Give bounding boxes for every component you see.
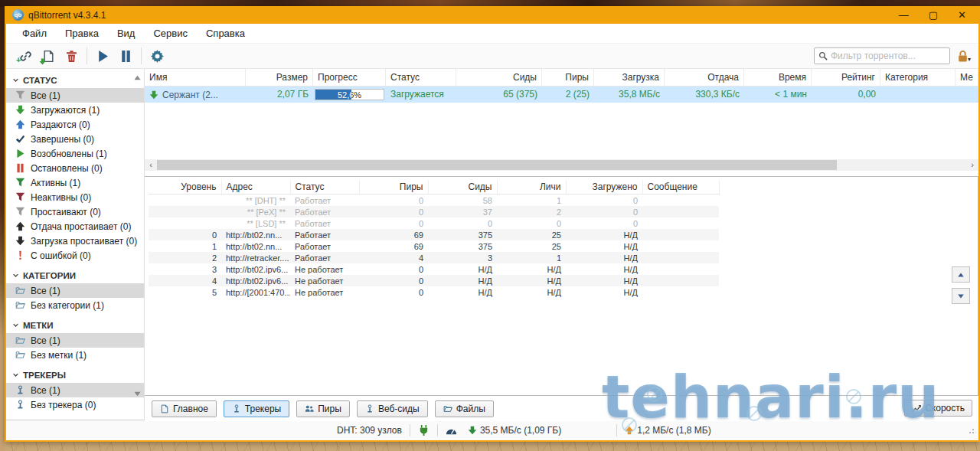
torrent-progress-cell: 52,6% 52,6% [313, 87, 386, 103]
scroll-left-arrow[interactable]: ‹ [145, 159, 157, 171]
status-downloading[interactable]: Загружаются (1) [6, 103, 144, 117]
status-active[interactable]: Активны (1) [6, 175, 144, 190]
section-status[interactable]: СТАТУС [6, 72, 144, 88]
col-status[interactable]: Статус [290, 180, 359, 194]
menu-help[interactable]: Справка [198, 25, 253, 41]
tracker-row[interactable]: 3http://bt02.ipv6...Не работает0Н/ДН/ДН/… [149, 263, 719, 275]
downloading-arrow-icon [149, 90, 158, 100]
status-stalled-downloading[interactable]: Загрузка простаивает (0) [6, 234, 144, 248]
resume-button[interactable] [91, 46, 114, 66]
desktop-background-bottom [0, 440, 980, 451]
status-errored[interactable]: С ошибкой (0) [6, 248, 144, 263]
tab-general[interactable]: Главное [152, 400, 217, 417]
status-seeding[interactable]: Раздаются (0) [6, 117, 144, 132]
tracker-row-pex[interactable]: ** [PeX] **Работает03720 [149, 206, 719, 217]
tracker-trackerless[interactable]: Без трекера (0) [6, 397, 144, 412]
trash-icon [65, 50, 78, 63]
category-uncategorized[interactable]: Без категории (1) [6, 298, 144, 312]
scrollbar-thumb[interactable] [157, 160, 837, 170]
document-icon [160, 404, 169, 413]
delete-button[interactable] [60, 46, 83, 66]
col-status[interactable]: Статус [386, 69, 456, 87]
status-inactive[interactable]: Неактивны (0) [6, 190, 144, 204]
col-seeds[interactable]: Сиды [456, 69, 542, 87]
torrent-filter-input[interactable] [831, 51, 946, 61]
item-label: Все (1) [31, 286, 60, 296]
col-peers[interactable]: Пиры [542, 69, 594, 87]
status-stalled[interactable]: Простаивают (0) [6, 204, 144, 219]
torrent-name: Сержант (2... [162, 90, 218, 100]
maximize-button[interactable]: ▢ [929, 10, 938, 20]
minimize-button[interactable]: — [899, 10, 909, 20]
tracker-row[interactable]: 5http://[2001:470...Не работает0Н/ДН/ДН/… [149, 286, 719, 298]
category-all[interactable]: Все (1) [6, 283, 144, 298]
trackers-header: Уровень Адрес Статус Пиры Сиды Личи Загр… [149, 180, 719, 194]
tracker-scroll-up-button[interactable] [952, 266, 970, 283]
plug-icon[interactable] [418, 425, 430, 436]
pause-button[interactable] [114, 46, 137, 66]
tag-all[interactable]: Все (1) [6, 333, 144, 348]
status-resumed[interactable]: Возобновлены (1) [6, 146, 144, 161]
menu-view[interactable]: Вид [109, 25, 144, 41]
menu-edit[interactable]: Правка [57, 25, 107, 41]
col-name[interactable]: Имя [145, 69, 246, 87]
item-label: Без метки (1) [31, 350, 87, 361]
sidebar-scroll-down[interactable] [133, 390, 142, 398]
status-paused[interactable]: Остановлены (0) [6, 161, 144, 175]
tab-webseeds[interactable]: Веб-сиды [357, 400, 428, 417]
pane-splitter[interactable] [145, 171, 978, 176]
status-stalled-uploading[interactable]: Отдача простаивает (0) [6, 219, 144, 234]
status-all[interactable]: Все (1) [6, 88, 144, 103]
tracker-row[interactable]: 2http://retracker....Работает431Н/Д [149, 252, 719, 263]
section-tags[interactable]: МЕТКИ [6, 317, 144, 333]
col-downloaded[interactable]: Загружено [566, 180, 642, 194]
resize-grip[interactable] [969, 426, 976, 434]
tab-peers[interactable]: Пиры [296, 400, 350, 417]
tracker-row[interactable]: 4http://bt02.ipv6...Не работает0Н/ДН/ДН/… [149, 275, 719, 286]
col-progress[interactable]: Прогресс [313, 69, 386, 87]
status-completed[interactable]: Завершены (0) [6, 132, 144, 146]
add-torrent-file-button[interactable] [37, 46, 60, 66]
col-seeds[interactable]: Сиды [428, 180, 497, 194]
col-eta[interactable]: Время [744, 69, 812, 87]
col-tier[interactable]: Уровень [149, 180, 221, 194]
tracker-all[interactable]: Все (1) [6, 383, 144, 397]
col-up-speed[interactable]: Отдача [665, 69, 744, 87]
col-peers[interactable]: Пиры [359, 180, 428, 194]
tracker-row[interactable]: 0http://bt02.nn...Работает6937525Н/Д [149, 229, 719, 240]
title-bar[interactable]: qb qBittorrent v4.3.4.1 — ▢ ✕ [6, 6, 978, 24]
options-button[interactable] [145, 46, 168, 66]
menu-tools[interactable]: Сервис [145, 25, 196, 41]
tracker-row[interactable]: 1http://bt02.nn...Работает6937525Н/Д [149, 240, 719, 252]
close-button[interactable]: ✕ [958, 10, 966, 20]
sidebar-scroll-up[interactable] [133, 74, 142, 82]
col-category[interactable]: Категория [880, 69, 956, 87]
tag-untagged[interactable]: Без метки (1) [6, 348, 144, 362]
scrollbar-track[interactable] [157, 159, 966, 171]
col-down-speed[interactable]: Загрузка [594, 69, 665, 87]
tab-files[interactable]: Файлы [435, 400, 494, 417]
menu-file[interactable]: Файл [14, 25, 55, 41]
section-categories[interactable]: КАТЕГОРИИ [6, 267, 144, 283]
col-size[interactable]: Размер [246, 69, 313, 87]
item-label: Неактивны (0) [31, 192, 91, 203]
torrent-filter-box [814, 47, 950, 64]
add-torrent-link-button[interactable]: + [14, 46, 37, 66]
horizontal-scrollbar[interactable]: ‹ › [145, 159, 978, 171]
tracker-scroll-down-button[interactable] [952, 288, 970, 304]
col-url[interactable]: Адрес [221, 180, 290, 194]
tracker-row-lsd[interactable]: ** [LSD] **Работает0000 [149, 217, 719, 229]
col-leeches[interactable]: Личи [497, 180, 566, 194]
section-trackers[interactable]: ТРЕКЕРЫ [6, 367, 144, 383]
scroll-right-arrow[interactable]: › [966, 159, 978, 171]
tab-trackers[interactable]: Трекеры [224, 400, 289, 417]
col-ratio[interactable]: Рейтинг [812, 69, 880, 87]
tracker-row-dht[interactable]: ** [DHT] **Работает05810 [149, 194, 719, 207]
trackers-pane: Уровень Адрес Статус Пиры Сиды Личи Загр… [145, 176, 978, 396]
col-message[interactable]: Сообщение [642, 180, 719, 194]
lock-button[interactable]: ▾ [956, 50, 971, 63]
gauge-icon[interactable] [446, 425, 457, 436]
speed-graph-button[interactable]: Скорость [904, 400, 972, 417]
torrent-row[interactable]: Сержант (2... 2,07 ГБ 52,6% 52,6% Загруж… [145, 87, 978, 103]
col-tags[interactable]: Ме [956, 69, 978, 87]
